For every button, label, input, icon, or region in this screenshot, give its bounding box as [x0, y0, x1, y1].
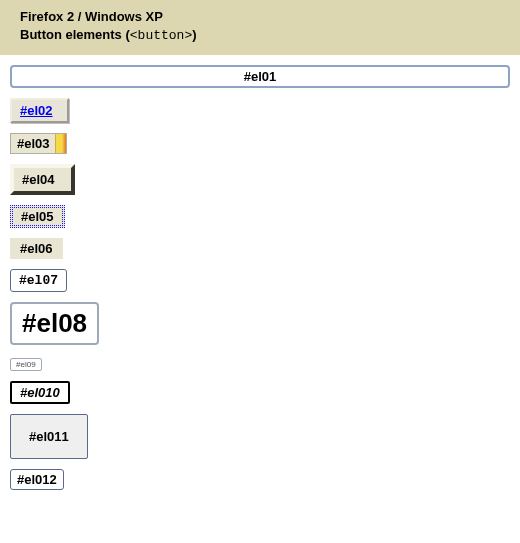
- button-el03[interactable]: #el03: [10, 133, 67, 154]
- button-el04[interactable]: #el04: [10, 164, 75, 195]
- button-el03-label: #el03: [17, 136, 62, 151]
- button-el012[interactable]: #el012: [10, 469, 64, 490]
- header-bar: Firefox 2 / Windows XP Button elements (…: [0, 0, 520, 55]
- button-el08[interactable]: #el08: [10, 302, 99, 345]
- header-subtitle-suffix: ): [192, 27, 196, 42]
- button-el01[interactable]: #el01: [10, 65, 510, 88]
- button-el011[interactable]: #el011: [10, 414, 88, 459]
- header-subtitle-prefix: Button elements (: [20, 27, 130, 42]
- header-browser-os: Firefox 2 / Windows XP: [20, 8, 500, 26]
- button-el06[interactable]: #el06: [10, 238, 63, 259]
- button-el010[interactable]: #el010: [10, 381, 70, 404]
- header-subtitle: Button elements (<button>): [20, 26, 500, 45]
- button-el02[interactable]: #el02: [10, 98, 69, 123]
- button-el05[interactable]: #el05: [10, 205, 65, 228]
- button-el07[interactable]: #el07: [10, 269, 67, 292]
- header-subtitle-code: <button>: [130, 28, 192, 43]
- button-el09[interactable]: #el09: [10, 358, 42, 371]
- button-gallery: #el01 #el02 #el03 #el04 #el05 #el06 #el0…: [0, 55, 520, 520]
- button-el02-label: #el02: [20, 103, 53, 118]
